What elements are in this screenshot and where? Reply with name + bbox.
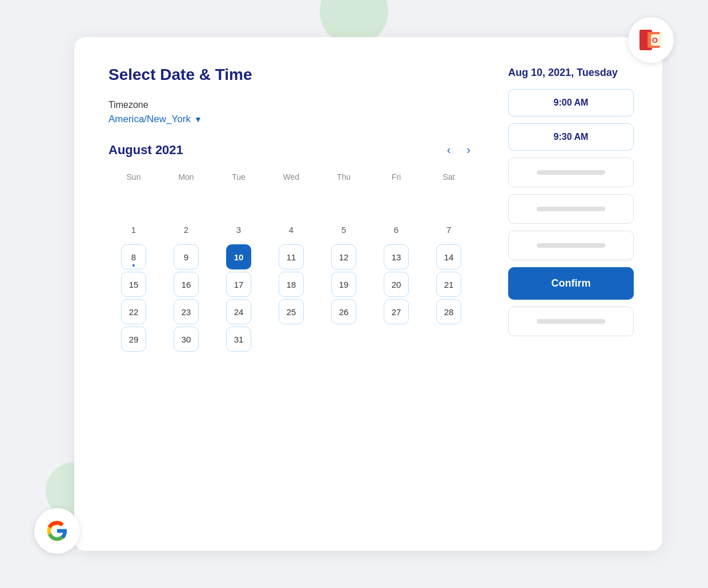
day-header-mon: Mon <box>161 169 211 187</box>
loading-bar-3 <box>537 243 605 248</box>
main-card: Select Date & Time Timezone America/New_… <box>74 37 662 551</box>
loading-bar-1 <box>537 170 605 175</box>
day-23[interactable]: 23 <box>174 299 199 324</box>
day-26[interactable]: 26 <box>331 299 356 324</box>
day-3[interactable]: 3 <box>226 217 251 242</box>
day-31[interactable]: 31 <box>226 327 251 352</box>
chevron-down-icon: ▼ <box>194 115 202 124</box>
day-header-wed: Wed <box>266 169 316 187</box>
day-2[interactable]: 2 <box>174 217 199 242</box>
day-1[interactable]: 1 <box>121 217 146 242</box>
day-18[interactable]: 18 <box>279 272 304 297</box>
google-icon <box>34 508 80 554</box>
selected-date-label: Aug 10, 2021, Tuesday <box>508 66 634 80</box>
time-slot-2[interactable]: 9:30 AM <box>508 123 634 151</box>
time-slot-empty-4 <box>508 307 634 336</box>
day-15[interactable]: 15 <box>121 272 146 297</box>
day-28[interactable]: 28 <box>436 299 461 324</box>
next-month-button[interactable]: › <box>463 142 474 158</box>
day-10[interactable]: 10 <box>226 244 251 269</box>
time-slot-empty-3 <box>508 231 634 260</box>
time-slot-1[interactable]: 9:00 AM <box>508 89 634 116</box>
day-4[interactable]: 4 <box>279 217 304 242</box>
day-29[interactable]: 29 <box>121 327 146 352</box>
time-slot-empty-1 <box>508 158 634 187</box>
day-6[interactable]: 6 <box>384 217 409 242</box>
day-header-tue: Tue <box>214 169 264 187</box>
calendar: August 2021 ‹ › Sun Mon Tue Wed Thu Fri … <box>108 142 474 352</box>
time-slot-empty-2 <box>508 194 634 224</box>
office-icon: O <box>628 17 674 63</box>
day-16[interactable]: 16 <box>174 272 199 297</box>
day-header-thu: Thu <box>319 169 369 187</box>
day-13[interactable]: 13 <box>384 244 409 269</box>
day-7[interactable]: 7 <box>436 217 461 242</box>
day-12[interactable]: 12 <box>331 244 356 269</box>
day-header-sun: Sun <box>108 169 159 187</box>
right-panel: Aug 10, 2021, Tuesday 9:00 AM 9:30 AM Co… <box>508 66 634 522</box>
day-5[interactable]: 5 <box>331 217 356 242</box>
day-17[interactable]: 17 <box>226 272 251 297</box>
left-panel: Select Date & Time Timezone America/New_… <box>108 66 474 522</box>
month-year: August 2021 <box>108 143 183 158</box>
confirm-button[interactable]: Confirm <box>508 267 634 300</box>
day-header-fri: Fri <box>371 169 421 187</box>
day-25[interactable]: 25 <box>279 299 304 324</box>
day-22[interactable]: 22 <box>121 299 146 324</box>
day-11[interactable]: 11 <box>279 244 304 269</box>
loading-bar-2 <box>537 207 605 211</box>
calendar-header: August 2021 ‹ › <box>108 142 474 158</box>
day-27[interactable]: 27 <box>384 299 409 324</box>
svg-text:O: O <box>652 36 658 45</box>
day-24[interactable]: 24 <box>226 299 251 324</box>
day-8[interactable]: 8 <box>121 244 146 269</box>
prev-month-button[interactable]: ‹ <box>444 142 454 158</box>
timezone-select[interactable]: America/New_York ▼ <box>108 114 474 125</box>
timezone-label: Timezone <box>108 100 474 110</box>
day-20[interactable]: 20 <box>384 272 409 297</box>
nav-buttons: ‹ › <box>444 142 474 158</box>
calendar-grid: Sun Mon Tue Wed Thu Fri Sat 1 2 3 4 <box>108 169 474 352</box>
day-19[interactable]: 19 <box>331 272 356 297</box>
day-21[interactable]: 21 <box>436 272 461 297</box>
day-14[interactable]: 14 <box>436 244 461 269</box>
day-9[interactable]: 9 <box>174 244 199 269</box>
timezone-value: America/New_York <box>108 114 191 125</box>
loading-bar-4 <box>537 319 605 324</box>
day-header-sat: Sat <box>424 169 474 187</box>
day-30[interactable]: 30 <box>174 327 199 352</box>
page-title: Select Date & Time <box>108 66 474 84</box>
